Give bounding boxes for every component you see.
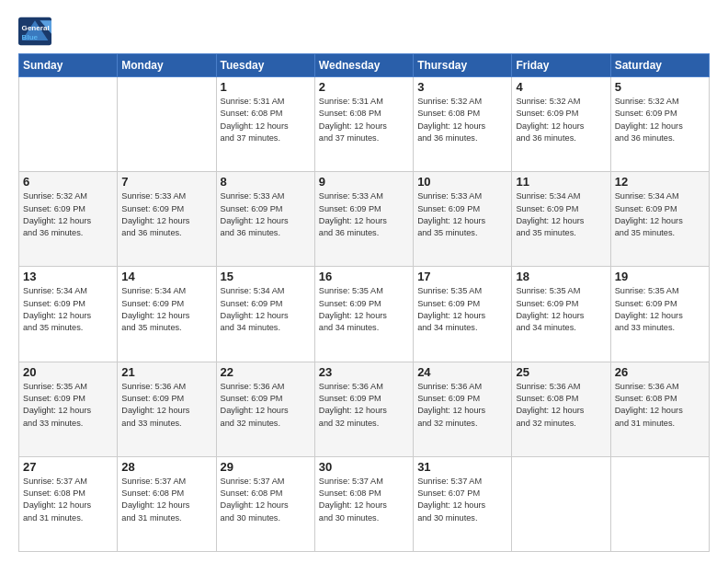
day-number: 20 (23, 365, 113, 379)
day-number: 30 (319, 460, 409, 474)
day-info: Sunrise: 5:36 AM Sunset: 6:08 PM Dayligh… (516, 381, 606, 430)
day-number: 5 (615, 80, 705, 94)
day-info: Sunrise: 5:34 AM Sunset: 6:09 PM Dayligh… (23, 285, 113, 334)
calendar-cell: 19Sunrise: 5:35 AM Sunset: 6:09 PM Dayli… (610, 267, 709, 362)
calendar-cell: 28Sunrise: 5:37 AM Sunset: 6:08 PM Dayli… (118, 456, 216, 551)
calendar-cell: 6Sunrise: 5:32 AM Sunset: 6:09 PM Daylig… (19, 172, 118, 267)
day-number: 16 (319, 270, 409, 283)
weekday-header-tuesday: Tuesday (216, 54, 314, 77)
day-info: Sunrise: 5:37 AM Sunset: 6:08 PM Dayligh… (221, 476, 311, 524)
day-info: Sunrise: 5:34 AM Sunset: 6:09 PM Dayligh… (516, 190, 606, 239)
day-info: Sunrise: 5:35 AM Sunset: 6:09 PM Dayligh… (23, 381, 113, 430)
calendar-cell (610, 456, 709, 551)
calendar-cell: 29Sunrise: 5:37 AM Sunset: 6:08 PM Dayli… (216, 456, 314, 551)
day-info: Sunrise: 5:33 AM Sunset: 6:09 PM Dayligh… (121, 190, 211, 239)
calendar-cell: 20Sunrise: 5:35 AM Sunset: 6:09 PM Dayli… (19, 362, 118, 456)
logo: General Blue (18, 17, 51, 46)
calendar-cell: 18Sunrise: 5:35 AM Sunset: 6:09 PM Dayli… (512, 267, 610, 362)
svg-text:Blue: Blue (22, 33, 39, 41)
day-number: 1 (221, 80, 311, 94)
calendar-cell: 14Sunrise: 5:34 AM Sunset: 6:09 PM Dayli… (118, 267, 216, 362)
calendar-cell: 31Sunrise: 5:37 AM Sunset: 6:07 PM Dayli… (414, 456, 512, 551)
calendar-cell: 8Sunrise: 5:33 AM Sunset: 6:09 PM Daylig… (216, 172, 314, 267)
calendar-cell (118, 77, 216, 172)
calendar-cell (512, 456, 610, 551)
header: General Blue (18, 17, 710, 46)
calendar-cell: 25Sunrise: 5:36 AM Sunset: 6:08 PM Dayli… (512, 362, 610, 456)
calendar-cell: 1Sunrise: 5:31 AM Sunset: 6:08 PM Daylig… (216, 77, 314, 172)
calendar-cell: 17Sunrise: 5:35 AM Sunset: 6:09 PM Dayli… (414, 267, 512, 362)
week-row-3: 13Sunrise: 5:34 AM Sunset: 6:09 PM Dayli… (19, 267, 710, 362)
calendar-cell: 5Sunrise: 5:32 AM Sunset: 6:09 PM Daylig… (610, 77, 709, 172)
day-info: Sunrise: 5:34 AM Sunset: 6:09 PM Dayligh… (121, 285, 211, 334)
calendar-cell: 9Sunrise: 5:33 AM Sunset: 6:09 PM Daylig… (314, 172, 413, 267)
day-number: 3 (417, 80, 507, 94)
day-info: Sunrise: 5:37 AM Sunset: 6:08 PM Dayligh… (23, 476, 113, 524)
day-info: Sunrise: 5:36 AM Sunset: 6:09 PM Dayligh… (121, 381, 211, 430)
day-info: Sunrise: 5:35 AM Sunset: 6:09 PM Dayligh… (417, 285, 507, 334)
day-number: 13 (23, 270, 113, 283)
day-number: 25 (516, 365, 606, 379)
day-info: Sunrise: 5:34 AM Sunset: 6:09 PM Dayligh… (221, 285, 311, 334)
calendar-cell: 4Sunrise: 5:32 AM Sunset: 6:09 PM Daylig… (512, 77, 610, 172)
day-info: Sunrise: 5:37 AM Sunset: 6:08 PM Dayligh… (121, 476, 211, 524)
day-info: Sunrise: 5:33 AM Sunset: 6:09 PM Dayligh… (417, 190, 507, 239)
calendar-cell (19, 77, 118, 172)
day-number: 17 (417, 270, 507, 283)
weekday-header-row: SundayMondayTuesdayWednesdayThursdayFrid… (19, 54, 710, 77)
day-number: 9 (319, 175, 409, 189)
calendar-cell: 11Sunrise: 5:34 AM Sunset: 6:09 PM Dayli… (512, 172, 610, 267)
day-number: 7 (121, 175, 211, 189)
logo-icon: General Blue (18, 17, 51, 46)
day-number: 28 (121, 460, 211, 474)
calendar-cell: 30Sunrise: 5:37 AM Sunset: 6:08 PM Dayli… (314, 456, 413, 551)
weekday-header-friday: Friday (512, 54, 610, 77)
week-row-2: 6Sunrise: 5:32 AM Sunset: 6:09 PM Daylig… (19, 172, 710, 267)
day-info: Sunrise: 5:31 AM Sunset: 6:08 PM Dayligh… (221, 96, 311, 144)
calendar-cell: 23Sunrise: 5:36 AM Sunset: 6:09 PM Dayli… (314, 362, 413, 456)
day-number: 31 (417, 460, 507, 474)
page: General Blue SundayMondayTuesdayWednesda… (0, 0, 728, 563)
day-number: 10 (417, 175, 507, 189)
calendar-cell: 13Sunrise: 5:34 AM Sunset: 6:09 PM Dayli… (19, 267, 118, 362)
weekday-header-monday: Monday (118, 54, 216, 77)
day-number: 29 (221, 460, 311, 474)
day-info: Sunrise: 5:35 AM Sunset: 6:09 PM Dayligh… (516, 285, 606, 334)
calendar-table: SundayMondayTuesdayWednesdayThursdayFrid… (18, 53, 710, 552)
day-number: 19 (615, 270, 705, 283)
day-number: 26 (615, 365, 705, 379)
calendar-cell: 16Sunrise: 5:35 AM Sunset: 6:09 PM Dayli… (314, 267, 413, 362)
day-number: 27 (23, 460, 113, 474)
day-info: Sunrise: 5:36 AM Sunset: 6:08 PM Dayligh… (615, 381, 705, 430)
calendar-cell: 26Sunrise: 5:36 AM Sunset: 6:08 PM Dayli… (610, 362, 709, 456)
day-info: Sunrise: 5:35 AM Sunset: 6:09 PM Dayligh… (615, 285, 705, 334)
day-info: Sunrise: 5:34 AM Sunset: 6:09 PM Dayligh… (615, 190, 705, 239)
day-number: 22 (221, 365, 311, 379)
weekday-header-saturday: Saturday (610, 54, 709, 77)
day-info: Sunrise: 5:37 AM Sunset: 6:08 PM Dayligh… (319, 476, 409, 524)
week-row-4: 20Sunrise: 5:35 AM Sunset: 6:09 PM Dayli… (19, 362, 710, 456)
calendar-cell: 7Sunrise: 5:33 AM Sunset: 6:09 PM Daylig… (118, 172, 216, 267)
week-row-1: 1Sunrise: 5:31 AM Sunset: 6:08 PM Daylig… (19, 77, 710, 172)
day-number: 21 (121, 365, 211, 379)
day-info: Sunrise: 5:35 AM Sunset: 6:09 PM Dayligh… (319, 285, 409, 334)
day-info: Sunrise: 5:37 AM Sunset: 6:07 PM Dayligh… (417, 476, 507, 524)
weekday-header-sunday: Sunday (19, 54, 118, 77)
day-number: 4 (516, 80, 606, 94)
calendar-cell: 27Sunrise: 5:37 AM Sunset: 6:08 PM Dayli… (19, 456, 118, 551)
day-number: 15 (221, 270, 311, 283)
calendar-cell: 24Sunrise: 5:36 AM Sunset: 6:09 PM Dayli… (414, 362, 512, 456)
day-number: 6 (23, 175, 113, 189)
day-number: 8 (221, 175, 311, 189)
calendar-cell: 22Sunrise: 5:36 AM Sunset: 6:09 PM Dayli… (216, 362, 314, 456)
calendar-cell: 10Sunrise: 5:33 AM Sunset: 6:09 PM Dayli… (414, 172, 512, 267)
day-number: 23 (319, 365, 409, 379)
day-number: 12 (615, 175, 705, 189)
weekday-header-thursday: Thursday (414, 54, 512, 77)
day-info: Sunrise: 5:32 AM Sunset: 6:09 PM Dayligh… (615, 96, 705, 144)
day-number: 11 (516, 175, 606, 189)
day-number: 24 (417, 365, 507, 379)
day-info: Sunrise: 5:33 AM Sunset: 6:09 PM Dayligh… (319, 190, 409, 239)
calendar-cell: 21Sunrise: 5:36 AM Sunset: 6:09 PM Dayli… (118, 362, 216, 456)
week-row-5: 27Sunrise: 5:37 AM Sunset: 6:08 PM Dayli… (19, 456, 710, 551)
